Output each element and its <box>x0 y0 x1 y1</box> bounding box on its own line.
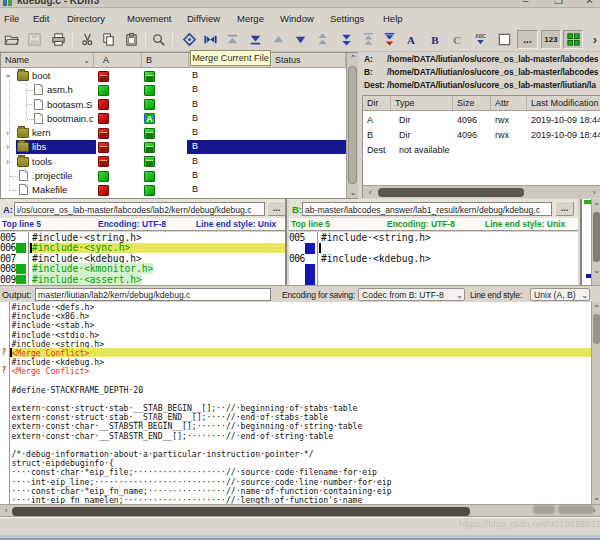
title-bar[interactable]: kdebug.c - KDiff3 – ❐ ✕ <box>0 0 600 8</box>
goto-first-delta-button[interactable] <box>223 30 241 49</box>
scroll-left-icon[interactable]: ‹ <box>365 187 375 198</box>
show-window-toggle[interactable] <box>495 30 513 49</box>
show-line-numbers-button[interactable]: 123 <box>541 30 561 49</box>
tree-row[interactable]: tools B <box>1 155 346 169</box>
menu-item[interactable]: Merge <box>237 13 264 24</box>
copy-button[interactable] <box>99 30 117 49</box>
details-header-dir[interactable]: Dir <box>363 96 391 110</box>
diff-overview-column[interactable] <box>580 199 591 285</box>
paste-button[interactable] <box>122 30 140 49</box>
details-header-attr[interactable]: Attr <box>491 96 527 110</box>
save-button[interactable] <box>25 30 43 49</box>
output-vertical-scrollbar[interactable]: ⌃ ⌄ <box>591 302 600 504</box>
details-header-modification[interactable]: Last Modification <box>527 96 600 110</box>
select-line-a-button[interactable]: A <box>402 30 420 49</box>
menu-item[interactable]: Diffview <box>187 13 220 24</box>
word-wrap-button[interactable] <box>563 30 583 49</box>
scroll-right-icon[interactable]: › <box>589 506 599 517</box>
tree-row[interactable]: Makefile B <box>1 183 346 197</box>
scroll-right-icon[interactable]: › <box>589 187 599 198</box>
output-path-field[interactable]: master/liutian/lab2/kern/debug/kdebug.c <box>35 288 271 301</box>
pane-a-browse-button[interactable]: ... <box>267 201 286 216</box>
scroll-down-icon[interactable]: ⌄ <box>592 492 600 503</box>
tree-row[interactable]: .projectile B <box>1 169 346 183</box>
details-header-size[interactable]: Size <box>453 96 491 110</box>
encoding-combo[interactable]: Codec from B: UTF-8⌄ <box>358 288 465 302</box>
details-row[interactable]: Dest not available <box>363 143 600 158</box>
auto-advance-button[interactable]: ABC <box>471 30 489 49</box>
tree-column-header: Name⌄ A B Status <box>1 53 346 68</box>
toolbar-overflow-button[interactable]: › <box>586 30 600 49</box>
pane-b-path-field[interactable]: ab-master/labcodes_answer/lab1_result/ke… <box>302 202 552 216</box>
select-line-c-button[interactable]: C <box>448 30 466 49</box>
goto-current-delta-button[interactable] <box>180 30 198 49</box>
menu-item[interactable]: Window <box>280 13 314 24</box>
scrollbar-thumb[interactable] <box>348 66 357 184</box>
maximize-button[interactable]: ❐ <box>553 0 564 6</box>
close-button[interactable]: ✕ <box>584 0 595 6</box>
tree-row[interactable]: asm.h B <box>1 83 346 97</box>
select-line-b-button[interactable]: B <box>426 30 444 49</box>
find-button[interactable] <box>149 30 167 49</box>
pane-b-browse-button[interactable]: ... <box>555 201 574 216</box>
show-whitespace-button[interactable]: ... <box>517 30 538 49</box>
tree-row[interactable]: libs B <box>1 140 346 154</box>
goto-next-conflict-button[interactable] <box>337 30 355 49</box>
expander-icon[interactable] <box>4 185 14 195</box>
column-header-name[interactable]: Name⌄ <box>1 53 94 67</box>
scroll-up-icon[interactable]: ⌃ <box>592 201 600 212</box>
pane-b-text[interactable]: 005 #include·<string.h> <box>289 232 578 285</box>
tree-vertical-scrollbar[interactable]: ⌃ ⌄ <box>346 53 358 198</box>
goto-prev-delta-button[interactable] <box>269 30 287 49</box>
goto-next-unsolved-conflict-button[interactable] <box>380 30 398 49</box>
merge-current-file-button[interactable] <box>201 30 219 49</box>
scroll-down-icon[interactable]: ⌄ <box>592 265 600 276</box>
open-button[interactable] <box>2 30 20 49</box>
tree-row[interactable]: bootmain.c A B <box>1 112 346 126</box>
menu-item[interactable]: Movement <box>127 13 171 24</box>
expander-icon[interactable] <box>4 128 14 138</box>
scrollbar-thumb[interactable] <box>593 212 600 262</box>
details-row[interactable]: B Dir 4096 rwx 2019-10-09 18:44 <box>363 128 600 143</box>
column-header-a[interactable]: A <box>94 53 142 67</box>
expander-icon[interactable] <box>4 100 14 110</box>
line-end-combo[interactable]: Unix (A, B)⌄ <box>530 288 590 302</box>
print-button[interactable] <box>49 30 67 49</box>
output-horizontal-scrollbar[interactable]: ‹ › <box>0 504 600 517</box>
merge-output-editor[interactable]: #include·<defs.h> #include·<x86.h> #incl… <box>0 302 591 504</box>
expander-icon[interactable] <box>4 142 14 152</box>
expander-icon[interactable] <box>4 171 14 181</box>
output-line: struct·eipdebuginfo·{ <box>0 458 591 467</box>
expander-icon[interactable] <box>4 85 14 95</box>
diff-vertical-scrollbar[interactable]: ⌃ ⌄ <box>591 199 600 285</box>
scrollbar-thumb[interactable] <box>12 507 470 516</box>
menu-item[interactable]: Directory <box>67 13 105 24</box>
expander-icon[interactable] <box>4 71 14 81</box>
details-horizontal-scrollbar[interactable]: ‹ › <box>363 185 600 198</box>
scrollbar-thumb[interactable] <box>593 314 600 344</box>
goto-last-delta-button[interactable] <box>246 30 264 49</box>
goto-prev-conflict-button[interactable] <box>313 30 331 49</box>
menu-item[interactable]: File <box>4 13 19 24</box>
menu-item[interactable]: Settings <box>330 13 364 24</box>
details-header-type[interactable]: Type <box>391 96 453 110</box>
goto-next-delta-button[interactable] <box>291 30 309 49</box>
expander-icon[interactable] <box>4 157 14 167</box>
scrollbar-thumb[interactable] <box>378 188 524 197</box>
goto-prev-unsolved-conflict-button[interactable] <box>359 30 377 49</box>
cut-button[interactable] <box>78 30 96 49</box>
details-row[interactable]: A Dir 4096 rwx 2019-10-09 18:44 <box>363 113 600 128</box>
scroll-left-icon[interactable]: ‹ <box>1 506 11 517</box>
tree-row[interactable]: kern B <box>1 126 346 140</box>
tree-row[interactable]: bootasm.S B <box>1 98 346 112</box>
expander-icon[interactable] <box>4 114 14 124</box>
column-header-b[interactable]: B <box>142 53 189 67</box>
scroll-up-icon[interactable]: ⌃ <box>592 303 600 314</box>
minimize-button[interactable]: – <box>520 0 531 6</box>
menu-item[interactable]: Help <box>383 13 403 24</box>
pane-a-path-field[interactable]: i/os/ucore_os_lab-master/labcodes/lab2/k… <box>14 202 265 216</box>
menu-item[interactable]: Edit <box>33 13 49 24</box>
column-header-status[interactable]: Status <box>271 53 346 67</box>
pane-a-text[interactable]: 005 #include·<string.h> 006 #include·<sy… <box>0 232 285 285</box>
tree-row[interactable]: boot B <box>1 69 346 83</box>
